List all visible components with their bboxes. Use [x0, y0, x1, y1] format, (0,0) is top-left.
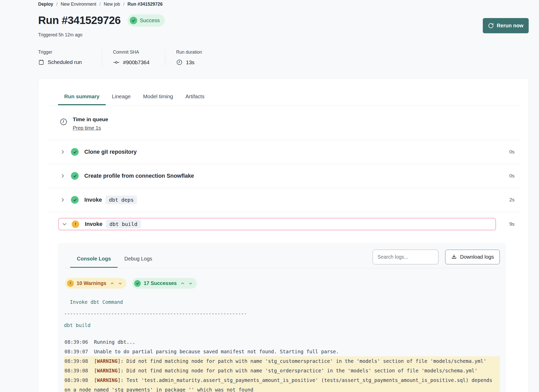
- rerun-now-label: Rerun now: [497, 23, 523, 29]
- command-chip: dbt deps: [105, 195, 137, 204]
- log-command: dbt build: [64, 322, 91, 328]
- check-circle-icon: [134, 280, 141, 287]
- refresh-icon: [488, 23, 494, 29]
- download-logs-label: Download logs: [460, 254, 494, 260]
- warning-circle-icon: [72, 221, 79, 228]
- breadcrumb: Deploy / New Environment / New job / Run…: [38, 1, 529, 7]
- warnings-badge[interactable]: 10 Warnings: [65, 278, 126, 289]
- step-duration: 0s: [509, 149, 514, 155]
- chevron-down-icon[interactable]: [189, 281, 193, 285]
- log-divider: ----------------------------------------…: [64, 311, 247, 316]
- triggered-timestamp: Triggered 5h 12m ago: [38, 32, 529, 38]
- meta-commit-value: #900b7364: [123, 59, 150, 66]
- step-duration: 9s: [496, 221, 514, 227]
- prep-time-link[interactable]: Prep time 1s: [73, 125, 101, 131]
- check-circle-icon: [71, 172, 79, 180]
- divider: [165, 50, 165, 66]
- successes-badge[interactable]: 17 Successes: [132, 278, 197, 289]
- step-create-profile[interactable]: Create profile from connection Snowflake…: [47, 164, 520, 188]
- log-tabs: Console Logs Debug Logs: [64, 250, 159, 267]
- step-invoke-dbt-build[interactable]: Invoke dbt build 9s: [47, 215, 520, 234]
- meta-trigger-label: Trigger: [38, 50, 91, 55]
- chevron-right-icon[interactable]: [60, 197, 65, 202]
- breadcrumb-new-job[interactable]: New job: [104, 2, 120, 7]
- step-clone-git-repository[interactable]: Clone git repository 0s: [47, 140, 520, 164]
- title-row: Run #341529726 Success: [38, 14, 529, 27]
- meta-duration: Run duration 13s: [176, 50, 202, 66]
- step-duration: 2s: [509, 197, 514, 203]
- search-logs-input[interactable]: [373, 250, 438, 264]
- step-name: Invoke: [85, 221, 102, 227]
- time-in-queue-section: Time in queue Prep time 1s: [47, 105, 520, 140]
- log-line: 08:39:07 Unable to do partial parsing be…: [64, 347, 500, 356]
- console-log-output: Invoke dbt Command----------------------…: [64, 296, 500, 392]
- chevron-down-icon[interactable]: [62, 222, 67, 227]
- step-name: Create profile from connection Snowflake: [84, 173, 194, 179]
- step-invoke-dbt-deps[interactable]: Invoke dbt deps 2s: [47, 188, 520, 212]
- meta-duration-value: 13s: [186, 59, 194, 66]
- chevron-up-icon[interactable]: [110, 281, 114, 285]
- log-command-header: Invoke dbt Command----------------------…: [64, 296, 500, 331]
- git-commit-icon: [113, 59, 120, 66]
- log-line: 08:39:06 Running dbt...: [64, 337, 500, 347]
- page-title: Run #341529726: [38, 14, 121, 27]
- log-line-warning: 08:39:08 [WARNING]: Did not find matchin…: [64, 356, 500, 366]
- check-circle-icon: [71, 148, 79, 156]
- download-icon: [451, 254, 457, 260]
- clock-icon: [60, 118, 68, 126]
- meta-commit-label: Commit SHA: [113, 50, 154, 55]
- status-badge-label: Success: [140, 17, 160, 23]
- tab-run-summary[interactable]: Run summary: [58, 90, 106, 105]
- step-duration: 0s: [509, 173, 514, 179]
- meta-commit: Commit SHA #900b7364: [113, 50, 154, 66]
- log-panel-header: Console Logs Debug Logs Download logs: [64, 243, 500, 268]
- log-line-warning: 08:39:08 [WARNING]: Did not find matchin…: [64, 366, 500, 375]
- step-invoke-dbt-build-box[interactable]: Invoke dbt build: [58, 218, 496, 230]
- successes-badge-label: 17 Successes: [144, 280, 177, 286]
- breadcrumb-deploy[interactable]: Deploy: [38, 2, 53, 7]
- run-meta: Trigger Scheduled run Commit SHA #900b73…: [38, 50, 529, 66]
- time-in-queue-title: Time in queue: [73, 116, 108, 123]
- step-name: Invoke: [84, 197, 102, 203]
- command-chip: dbt build: [106, 220, 141, 228]
- check-circle-icon: [130, 17, 137, 24]
- breadcrumb-current-run: Run #341529726: [127, 2, 162, 7]
- log-line-warning: 08:39:08 [WARNING]: Test 'test.admin_mat…: [64, 375, 500, 392]
- breadcrumb-separator: /: [123, 2, 124, 7]
- run-detail-page: Deploy / New Environment / New job / Run…: [0, 0, 539, 392]
- step-name: Clone git repository: [84, 149, 137, 155]
- run-summary-card: Run summary Lineage Model timing Artifac…: [38, 78, 529, 392]
- log-filter-badges: 10 Warnings 17 Successes: [64, 268, 500, 289]
- rerun-now-button[interactable]: Rerun now: [483, 18, 529, 33]
- download-logs-button[interactable]: Download logs: [445, 250, 500, 264]
- calendar-icon: [38, 59, 44, 65]
- chevron-right-icon[interactable]: [60, 173, 65, 178]
- meta-duration-label: Run duration: [176, 50, 202, 55]
- warning-circle-icon: [67, 280, 74, 287]
- meta-trigger: Trigger Scheduled run: [38, 50, 91, 66]
- check-circle-icon: [71, 196, 79, 204]
- tab-debug-logs[interactable]: Debug Logs: [118, 250, 159, 268]
- chevron-right-icon[interactable]: [60, 149, 65, 154]
- meta-trigger-value: Scheduled run: [48, 59, 82, 65]
- tab-console-logs[interactable]: Console Logs: [70, 250, 118, 268]
- clock-icon: [176, 59, 183, 66]
- breadcrumb-new-environment[interactable]: New Environment: [61, 2, 96, 7]
- tab-model-timing[interactable]: Model timing: [137, 90, 179, 105]
- breadcrumb-separator: /: [99, 2, 101, 7]
- breadcrumb-separator: /: [56, 2, 58, 7]
- divider: [102, 50, 102, 66]
- warnings-badge-label: 10 Warnings: [77, 280, 106, 286]
- tab-artifacts[interactable]: Artifacts: [179, 90, 211, 105]
- chevron-down-icon[interactable]: [118, 281, 122, 285]
- status-badge: Success: [127, 14, 165, 27]
- chevron-up-icon[interactable]: [181, 281, 185, 285]
- console-log-panel: Console Logs Debug Logs Download logs 10: [58, 243, 506, 392]
- tab-lineage[interactable]: Lineage: [106, 90, 137, 105]
- run-tabs: Run summary Lineage Model timing Artifac…: [47, 78, 520, 105]
